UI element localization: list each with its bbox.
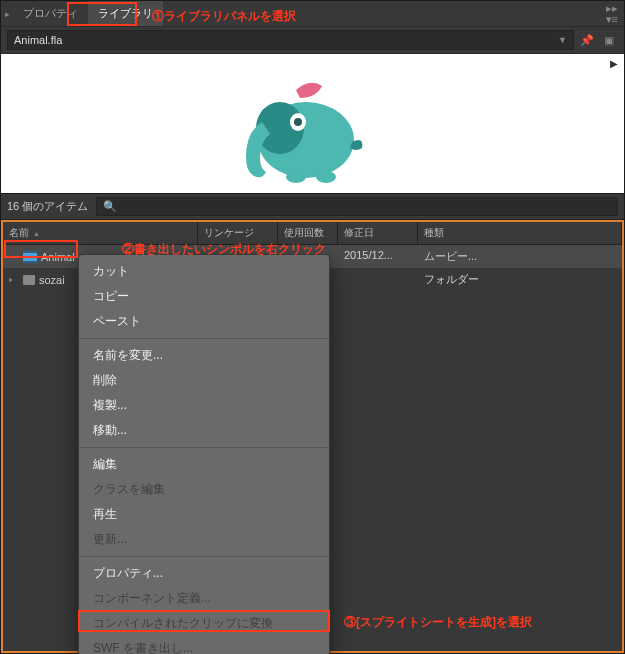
col-name[interactable]: 名前 <box>3 222 198 244</box>
ctx-duplicate[interactable]: 複製... <box>79 393 329 418</box>
tabs-menu-icon[interactable]: ▸▸▾≡ <box>600 3 624 25</box>
col-linkage[interactable]: リンケージ <box>198 222 278 244</box>
ctx-copy[interactable]: コピー <box>79 284 329 309</box>
ctx-delete[interactable]: 削除 <box>79 368 329 393</box>
col-type[interactable]: 種類 <box>418 222 622 244</box>
document-bar: Animal.fla ▼ 📌 ▣ <box>1 27 624 54</box>
ctx-properties[interactable]: プロパティ... <box>79 561 329 586</box>
search-input[interactable]: 🔍 <box>96 197 618 216</box>
context-menu: カット コピー ペースト 名前を変更... 削除 複製... 移動... 編集 … <box>78 254 330 654</box>
svg-point-5 <box>316 171 336 183</box>
preview-symbol-icon <box>236 72 376 192</box>
svg-point-4 <box>286 171 306 183</box>
row-name: sozai <box>39 274 65 286</box>
ctx-play[interactable]: 再生 <box>79 502 329 527</box>
document-select[interactable]: Animal.fla ▼ <box>7 30 574 50</box>
row-name: Animal <box>41 251 75 263</box>
svg-point-3 <box>294 118 302 126</box>
svg-rect-7 <box>23 251 37 253</box>
ctx-export-swf: SWF を書き出し... <box>79 636 329 654</box>
movieclip-icon <box>23 251 37 263</box>
row-type: フォルダー <box>418 268 622 291</box>
ctx-compiled-clip: コンパイルされたクリップに変換 <box>79 611 329 636</box>
tab-property[interactable]: プロパティ <box>13 1 88 26</box>
play-icon[interactable]: ▶ <box>610 58 618 69</box>
col-use[interactable]: 使用回数 <box>278 222 338 244</box>
table-header: 名前 リンケージ 使用回数 修正日 種類 <box>3 222 622 245</box>
new-library-icon[interactable]: ▣ <box>600 31 618 49</box>
pin-icon[interactable]: 📌 <box>578 31 596 49</box>
ctx-rename[interactable]: 名前を変更... <box>79 343 329 368</box>
preview-pane: ▶ <box>1 54 624 194</box>
ctx-update: 更新... <box>79 527 329 552</box>
item-bar: 16 個のアイテム 🔍 <box>1 194 624 220</box>
ctx-cut[interactable]: カット <box>79 259 329 284</box>
col-date[interactable]: 修正日 <box>338 222 418 244</box>
tab-library[interactable]: ライブラリ <box>88 1 163 26</box>
ctx-edit-class: クラスを編集 <box>79 477 329 502</box>
ctx-paste[interactable]: ペースト <box>79 309 329 334</box>
svg-rect-8 <box>23 261 37 263</box>
collapse-icon[interactable]: ▸ <box>1 9 13 19</box>
item-count: 16 個のアイテム <box>7 199 88 214</box>
tree-arrow-icon[interactable]: ▸ <box>9 275 19 284</box>
row-date <box>338 268 418 291</box>
row-type: ムービー... <box>418 245 622 268</box>
row-date: 2015/12... <box>338 245 418 268</box>
ctx-edit[interactable]: 編集 <box>79 452 329 477</box>
chevron-down-icon: ▼ <box>558 35 567 45</box>
ctx-component-def: コンポーネント定義... <box>79 586 329 611</box>
document-name: Animal.fla <box>14 34 62 46</box>
search-icon: 🔍 <box>103 200 117 213</box>
ctx-move[interactable]: 移動... <box>79 418 329 443</box>
svg-rect-6 <box>23 253 37 261</box>
panel-header: ▸ プロパティ ライブラリ ▸▸▾≡ <box>1 1 624 27</box>
folder-icon <box>23 275 35 285</box>
